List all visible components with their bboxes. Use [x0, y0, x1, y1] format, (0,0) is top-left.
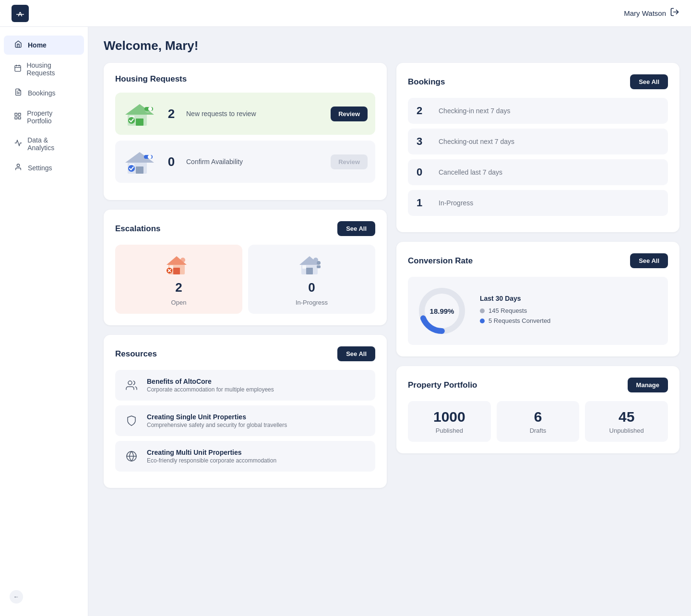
svg-rect-13 [18, 117, 21, 119]
booking-count-0: 2 [417, 105, 431, 117]
booking-row-0: 2 Checking-in next 7 days [408, 98, 668, 124]
conversion-see-all-button[interactable]: See All [630, 253, 668, 268]
escalations-card: Escalations See All [104, 210, 387, 325]
escalation-open-label: Open [171, 299, 187, 306]
svg-point-35 [180, 258, 185, 262]
sidebar-item-home[interactable]: Home [4, 36, 84, 55]
svg-rect-41 [306, 268, 313, 274]
svg-rect-4 [15, 66, 21, 71]
resource-desc-1: Comprehensive safety and security for gl… [147, 422, 287, 428]
resource-item-0[interactable]: Benefits of AltoCore Corporate accommoda… [115, 370, 375, 401]
resource-icon-1 [123, 412, 140, 429]
property-portfolio-header: Property Portfolio Manage [408, 378, 668, 392]
logout-icon[interactable] [670, 7, 679, 19]
conversion-stat-label-0: 145 Requests [488, 307, 527, 314]
main-content: Welcome, Mary! Housing Requests [88, 27, 691, 616]
escalation-inprogress-box: 0 In-Progress [248, 245, 375, 314]
portfolio-drafts-label: Drafts [502, 427, 574, 434]
svg-rect-12 [15, 117, 17, 119]
confirm-label: Confirm Availability [186, 158, 323, 166]
sidebar-collapse[interactable]: ← [0, 585, 88, 608]
svg-rect-33 [173, 268, 180, 274]
housing-requests-title: Housing Requests [115, 74, 187, 84]
sidebar-item-data-analytics[interactable]: Data & Analytics [4, 131, 84, 156]
svg-rect-42 [302, 265, 306, 269]
sidebar-item-bookings[interactable]: Bookings [4, 83, 84, 103]
donut-label: 18.99% [430, 307, 454, 315]
svg-rect-26 [136, 166, 143, 174]
escalation-inprogress-label: In-Progress [296, 299, 328, 306]
escalation-open-illustration [165, 252, 193, 276]
resource-icon-0 [123, 377, 140, 394]
housing-request-row-confirm: 0 Confirm Availability Review [115, 141, 375, 183]
housing-requests-header: Housing Requests [115, 74, 375, 84]
conversion-header: Conversion Rate See All [408, 253, 668, 268]
donut-chart: 18.99% [416, 284, 468, 337]
content-grid: Housing Requests [104, 63, 679, 488]
resource-item-2[interactable]: Creating Multi Unit Properties Eco-frien… [115, 441, 375, 472]
review-button-disabled: Review [331, 154, 368, 169]
booking-row-1: 3 Checking-out next 7 days [408, 129, 668, 154]
bookings-header: Bookings See All [408, 74, 668, 89]
escalation-inprogress-illustration [298, 252, 326, 276]
resources-title: Resources [115, 349, 157, 359]
svg-rect-11 [18, 113, 21, 116]
collapse-button[interactable]: ← [10, 590, 23, 604]
sidebar-item-property-portfolio[interactable]: Property Portfolio [4, 105, 84, 130]
resource-text-0: Benefits of AltoCore Corporate accommoda… [147, 378, 274, 393]
svg-point-23 [148, 107, 152, 111]
booking-count-3: 1 [417, 197, 431, 209]
resource-item-1[interactable]: Creating Single Unit Properties Comprehe… [115, 405, 375, 436]
escalations-header: Escalations See All [115, 221, 375, 236]
left-column: Housing Requests [104, 63, 387, 488]
resource-title-2: Creating Multi Unit Properties [147, 449, 276, 456]
housing-request-row-new: 2 New requests to review Review [115, 93, 375, 135]
portfolio-grid: 1000 Published 6 Drafts 45 Unpublished [408, 401, 668, 442]
housing-requests-card: Housing Requests [104, 63, 387, 200]
conversion-stats: Last 30 Days 145 Requests 5 Requests Con… [480, 295, 660, 327]
bookings-card: Bookings See All 2 Checking-in next 7 da… [396, 63, 679, 232]
housing-requests-icon [13, 64, 22, 74]
booking-label-1: Checking-out next 7 days [439, 138, 514, 145]
svg-rect-17 [136, 118, 143, 126]
portfolio-stat-published: 1000 Published [408, 401, 491, 442]
escalation-open-box: 2 Open [115, 245, 242, 314]
portfolio-published-number: 1000 [414, 409, 485, 425]
escalation-inprogress-count: 0 [308, 280, 315, 295]
app-layout: Home Housing Requests Bookings Property … [0, 27, 691, 616]
resource-title-1: Creating Single Unit Properties [147, 413, 287, 421]
conversion-period: Last 30 Days [480, 295, 660, 302]
user-area[interactable]: Mary Watson [624, 7, 679, 19]
review-button-active[interactable]: Review [331, 107, 368, 121]
sidebar-item-bookings-label: Bookings [28, 89, 56, 97]
resource-icon-2 [123, 448, 140, 465]
svg-rect-45 [317, 265, 321, 268]
booking-count-2: 0 [417, 166, 431, 178]
sidebar-item-analytics-label: Data & Analytics [27, 136, 74, 152]
property-portfolio-icon [13, 112, 22, 122]
housing-illustration-new [123, 99, 156, 128]
sidebar-item-settings[interactable]: Settings [4, 158, 84, 178]
data-analytics-icon [13, 139, 23, 149]
sidebar-item-housing-requests[interactable]: Housing Requests [4, 57, 84, 82]
booking-label-0: Checking-in next 7 days [439, 107, 510, 115]
property-manage-button[interactable]: Manage [628, 378, 668, 392]
escalations-see-all-button[interactable]: See All [337, 221, 375, 236]
sidebar-item-housing-label: Housing Requests [26, 61, 74, 77]
resources-see-all-button[interactable]: See All [337, 346, 375, 361]
bookings-icon [13, 88, 23, 98]
dot-blue [480, 319, 485, 323]
resource-text-1: Creating Single Unit Properties Comprehe… [147, 413, 287, 428]
conversion-rate-card: Conversion Rate See All 18.99% [396, 242, 679, 356]
bookings-see-all-button[interactable]: See All [630, 74, 668, 89]
right-column: Bookings See All 2 Checking-in next 7 da… [396, 63, 679, 453]
dot-gray [480, 308, 485, 313]
page-title: Welcome, Mary! [104, 38, 679, 53]
escalations-title: Escalations [115, 224, 161, 234]
resource-desc-2: Eco-friendly responsible corporate accom… [147, 457, 276, 464]
portfolio-drafts-number: 6 [502, 409, 574, 425]
user-name: Mary Watson [624, 9, 666, 17]
resources-header: Resources See All [115, 346, 375, 361]
confirm-count: 0 [164, 154, 179, 169]
escalation-open-count: 2 [175, 280, 182, 295]
